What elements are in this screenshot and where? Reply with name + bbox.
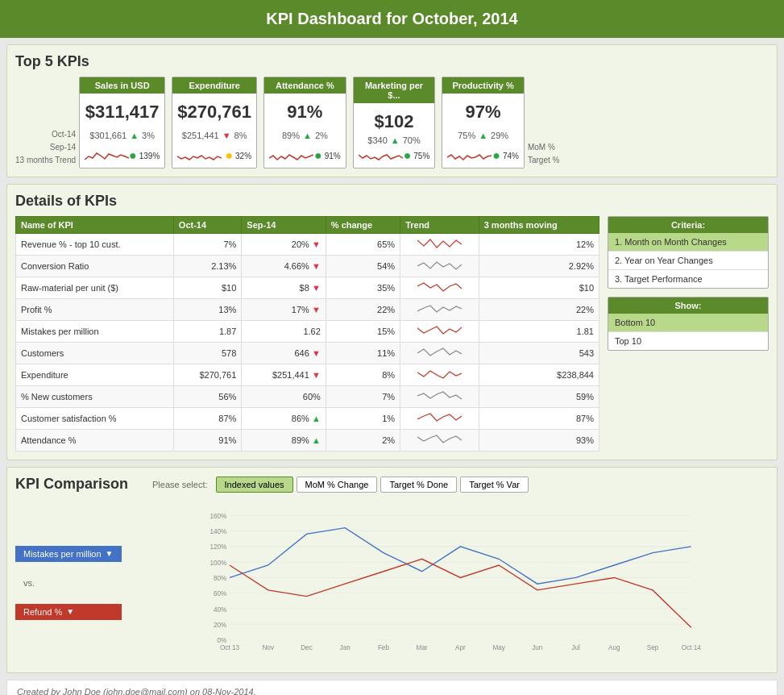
table-cell: 7%: [326, 386, 400, 408]
table-cell: 60%: [242, 386, 326, 408]
target-pct: 91%: [325, 152, 341, 160]
footer: Created by John Doe (john.doe@mail.com) …: [6, 680, 778, 695]
chart-y-label: 120%: [209, 543, 226, 551]
table-cell: 56%: [173, 386, 241, 408]
table-cell: 22%: [326, 299, 400, 321]
table-cell: 35%: [326, 277, 400, 299]
table-cell: 1.62: [242, 321, 326, 343]
kpi-card-body: 91% 89% ▲ 2% ● 91%: [264, 94, 346, 168]
comparison-btn-3[interactable]: Target % Var: [460, 477, 529, 493]
kpi-left-labels: Oct-14 Sep-14 13 months Trend: [15, 128, 79, 169]
kpi-target: ● 91%: [314, 148, 341, 163]
please-select-label: Please select:: [152, 480, 207, 489]
comparison-btn-0[interactable]: Indexed values: [216, 477, 293, 493]
chart-x-label: Jan: [339, 644, 351, 651]
selector-red[interactable]: Refund % ▼: [15, 604, 122, 620]
kpi-card-header: Attendance %: [264, 77, 346, 94]
comparison-btn-1[interactable]: MoM % Change: [297, 477, 378, 493]
kpi-card-4: Productivity % 97% 75% ▲ 29% ● 74%: [442, 77, 525, 169]
kpi-bottom: ● 74%: [447, 148, 519, 163]
criteria-item-0[interactable]: 1. Month on Month Changes: [608, 233, 768, 252]
selector-blue[interactable]: Mistakes per million ▼: [15, 546, 122, 562]
kpi-prev: $340 ▲ 70%: [359, 135, 430, 145]
circle-green-icon: ●: [129, 148, 137, 163]
table-cell: $10: [173, 277, 241, 299]
kpi-card-header: Marketing per $...: [354, 77, 435, 103]
page-title: KPI Dashboard for October, 2014: [0, 0, 784, 38]
kpi-card-2: Attendance % 91% 89% ▲ 2% ● 91%: [263, 77, 346, 169]
table-cell: 8%: [326, 364, 400, 386]
dropdown-arrow-2: ▼: [66, 607, 74, 616]
table-cell: 1.81: [479, 321, 599, 343]
comparison-btn-2[interactable]: Target % Done: [380, 477, 457, 493]
table-cell: 93%: [479, 430, 599, 452]
kpi-target: ● 139%: [129, 148, 160, 163]
top5-section: Top 5 KPIs Oct-14 Sep-14 13 months Trend…: [6, 44, 778, 177]
chart-x-label: Jun: [532, 644, 543, 651]
trend-svg: [417, 323, 462, 338]
chart-x-label: Nov: [262, 644, 274, 651]
table-cell: 65%: [326, 234, 400, 256]
table-cell: 15%: [326, 321, 400, 343]
chart-y-label: 20%: [214, 622, 226, 629]
arrow-down-icon: ▼: [222, 131, 231, 140]
table-cell: [400, 234, 479, 256]
kpi-prev: 89% ▲ 2%: [269, 131, 341, 140]
table-cell: 1.87: [173, 321, 241, 343]
table-row: % New customers56%60%7% 59%: [16, 386, 599, 408]
kpi-main-value: 91%: [269, 102, 341, 123]
table-cell: 2%: [326, 430, 400, 452]
table-cell: $10: [479, 277, 599, 299]
table-header-cell: Name of KPI: [16, 217, 174, 234]
trend-svg: [417, 432, 462, 447]
trend-svg: [417, 258, 462, 273]
table-cell: 4.66% ▼: [242, 256, 326, 277]
kpi-right-labels: MoM % Target %: [525, 141, 569, 169]
table-row: Customers578646 ▼11% 543: [16, 343, 599, 364]
table-row: Raw-material per unit ($)$10$8 ▼35% $10: [16, 277, 599, 299]
chart-y-label: 160%: [209, 513, 226, 520]
circle-green-icon: ●: [404, 148, 412, 163]
down-arrow-icon: ▼: [312, 261, 321, 271]
table-cell: 17% ▼: [242, 299, 326, 321]
table-cell: $8 ▼: [242, 277, 326, 299]
table-cell: Profit %: [16, 299, 174, 321]
kpi-card-body: $311,417 $301,661 ▲ 3% ● 139%: [80, 94, 164, 168]
comparison-chart-svg: 160%140%120%100%80%60%40%20%0%Oct 13NovD…: [130, 501, 769, 662]
down-arrow-icon: ▼: [312, 283, 321, 293]
kpi-target: ● 32%: [225, 148, 251, 163]
table-header-cell: Sep-14: [242, 217, 326, 234]
target-pct: 74%: [503, 152, 519, 160]
details-side: Criteria: 1. Month on Month Changes2. Ye…: [608, 216, 769, 452]
details-title: Details of KPIs: [15, 193, 769, 210]
criteria-item-1[interactable]: 2. Year on Year Changes: [608, 252, 768, 270]
chart-area: Mistakes per million ▼ vs. Refund % ▼ 16…: [15, 501, 769, 664]
chart-x-label: Jul: [571, 644, 580, 651]
chart-y-label: 0%: [217, 637, 226, 644]
table-cell: 578: [173, 343, 241, 364]
table-header-cell: Trend: [400, 217, 479, 234]
table-cell: [400, 321, 479, 343]
arrow-up-icon: ▲: [130, 131, 139, 140]
show-header: Show:: [608, 298, 768, 314]
show-item-1[interactable]: Top 10: [608, 332, 768, 350]
criteria-box: Criteria: 1. Month on Month Changes2. Ye…: [608, 216, 769, 289]
kpi-main-value: $102: [359, 111, 430, 132]
kpi-bottom: ● 91%: [269, 148, 341, 163]
table-cell: Customers: [16, 343, 174, 364]
kpi-card-header: Expenditure: [172, 77, 256, 94]
show-item-0[interactable]: Bottom 10: [608, 314, 768, 332]
table-cell: 543: [479, 343, 599, 364]
chart-x-label: Apr: [455, 644, 466, 651]
table-cell: Attendance %: [16, 430, 174, 452]
table-row: Mistakes per million1.871.6215% 1.81: [16, 321, 599, 343]
criteria-item-2[interactable]: 3. Target Performance: [608, 270, 768, 288]
table-cell: 22%: [479, 299, 599, 321]
table-cell: Conversion Ratio: [16, 256, 174, 277]
table-row: Revenue % - top 10 cust.7%20% ▼65% 12%: [16, 234, 599, 256]
kpi-target: ● 74%: [492, 148, 519, 163]
sparkline-svg: [447, 148, 492, 163]
trend-svg: [417, 280, 462, 294]
table-cell: 13%: [173, 299, 241, 321]
table-cell: Mistakes per million: [16, 321, 174, 343]
